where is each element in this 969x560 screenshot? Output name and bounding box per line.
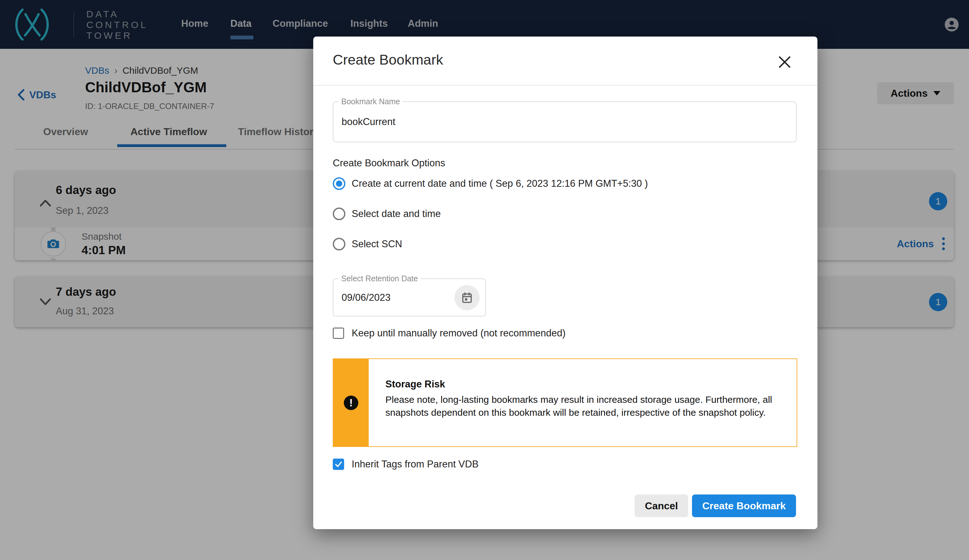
- create-bookmark-button[interactable]: Create Bookmark: [692, 495, 796, 517]
- options-section-label: Create Bookmark Options: [333, 158, 445, 169]
- radio-selected-icon[interactable]: [333, 177, 345, 190]
- check-icon: [335, 460, 343, 469]
- bookmark-name-field[interactable]: Bookmark Name: [333, 101, 797, 142]
- close-icon: [778, 55, 792, 69]
- close-button[interactable]: [775, 53, 794, 71]
- bookmark-name-input[interactable]: [341, 116, 666, 128]
- inherit-tags-checkbox-row[interactable]: Inherit Tags from Parent VDB: [333, 459, 479, 470]
- calendar-icon: [461, 291, 473, 304]
- create-bookmark-modal: Create Bookmark Bookmark Name Create Boo…: [313, 37, 817, 529]
- modal-title: Create Bookmark: [333, 52, 443, 68]
- radio-unselected-icon[interactable]: [333, 208, 345, 220]
- radio-current-datetime[interactable]: Create at current date and time ( Sep 6,…: [333, 177, 648, 190]
- warning-stripe: !: [333, 359, 369, 446]
- storage-risk-warning: ! Storage Risk Please note, long-lasting…: [333, 359, 797, 447]
- retention-date-input[interactable]: [341, 292, 420, 303]
- radio-current-datetime-label: Create at current date and time ( Sep 6,…: [352, 178, 648, 189]
- checkbox-checked-icon[interactable]: [333, 459, 344, 470]
- calendar-button[interactable]: [455, 285, 480, 310]
- radio-unselected-icon[interactable]: [333, 238, 345, 250]
- keep-until-removed-label: Keep until manually removed (not recomme…: [352, 327, 566, 339]
- radio-select-scn[interactable]: Select SCN: [333, 238, 402, 250]
- modal-header: Create Bookmark: [313, 37, 817, 86]
- radio-select-scn-label: Select SCN: [352, 238, 402, 250]
- warning-body: Please note, long-lasting bookmarks may …: [385, 393, 786, 419]
- cancel-button[interactable]: Cancel: [634, 495, 688, 517]
- exclamation-icon: !: [344, 395, 358, 410]
- inherit-tags-label: Inherit Tags from Parent VDB: [352, 459, 479, 470]
- retention-date-label: Select Retention Date: [338, 274, 421, 283]
- radio-select-datetime[interactable]: Select date and time: [333, 208, 441, 220]
- bookmark-name-label: Bookmark Name: [338, 97, 403, 106]
- warning-title: Storage Risk: [385, 379, 445, 390]
- keep-until-removed-checkbox-row[interactable]: Keep until manually removed (not recomme…: [333, 327, 566, 339]
- checkbox-unchecked-icon[interactable]: [333, 327, 344, 339]
- radio-select-datetime-label: Select date and time: [352, 208, 441, 219]
- retention-date-field[interactable]: Select Retention Date: [333, 278, 486, 317]
